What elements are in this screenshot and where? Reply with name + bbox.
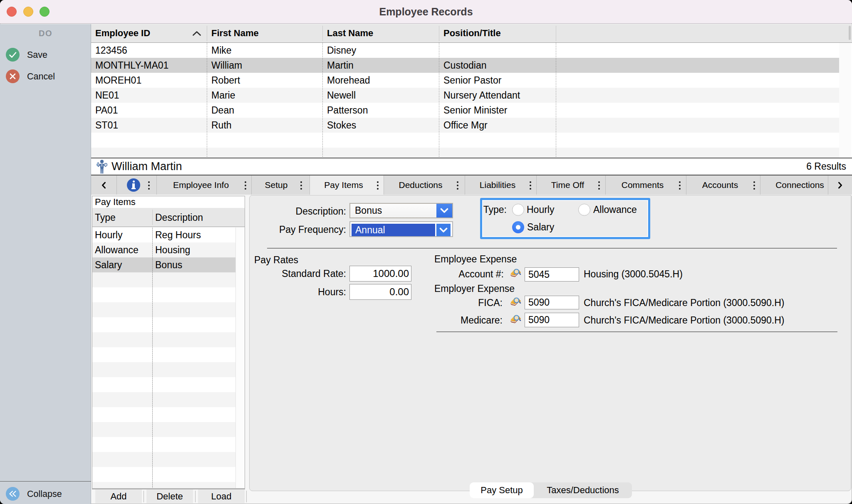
svg-text:$: $ — [97, 163, 99, 166]
